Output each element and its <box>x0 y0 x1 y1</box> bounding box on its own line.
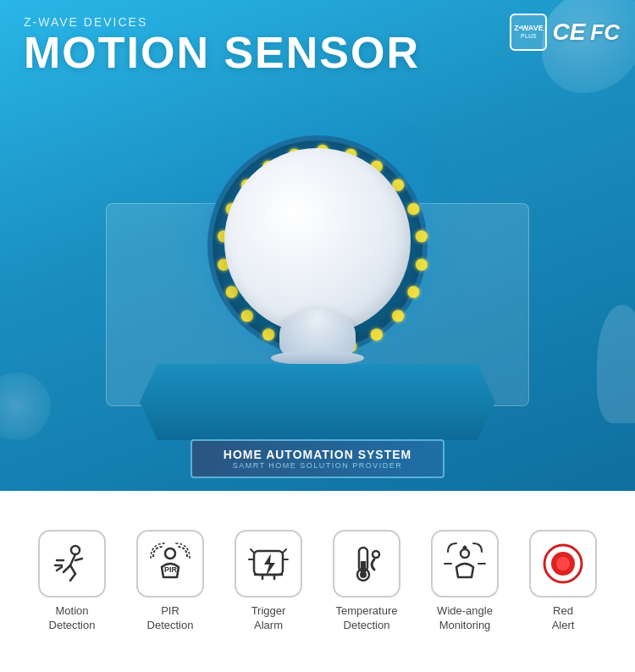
svg-point-52 <box>556 557 570 570</box>
pir-icon-box: PIR <box>136 530 204 598</box>
hero-section: Z-WAVE DEVICES MOTION SENSOR Z•WAVE PLUS… <box>0 0 635 491</box>
svg-text:PIR: PIR <box>164 565 178 574</box>
trigger-label: TriggerAlarm <box>251 604 286 633</box>
feature-pir: PIR PIRDetection <box>121 530 219 633</box>
title-area: Z-WAVE DEVICES MOTION SENSOR <box>24 15 420 77</box>
cert-area: Z•WAVE PLUS CE FC <box>510 14 620 51</box>
feature-alert: RedAlert <box>514 530 612 633</box>
svg-point-31 <box>165 548 175 559</box>
svg-point-6 <box>416 259 428 271</box>
alert-icon-box <box>529 530 597 598</box>
pir-icon: PIR <box>146 540 194 587</box>
svg-point-7 <box>407 286 419 298</box>
blob-decoration-bl <box>0 372 51 440</box>
page-subtitle: Z-WAVE DEVICES <box>24 15 420 29</box>
pir-label: PIRDetection <box>147 604 194 633</box>
svg-line-24 <box>64 565 70 572</box>
svg-point-13 <box>262 328 274 340</box>
svg-point-5 <box>416 230 428 242</box>
svg-point-46 <box>461 549 469 558</box>
wide-icon <box>441 540 489 587</box>
cta-sub-text: SAMRT HOME SOLUTION PROVIDER <box>209 461 426 470</box>
svg-line-37 <box>251 549 254 553</box>
feature-trigger: TriggerAlarm <box>219 530 318 633</box>
zwave-badge: Z•WAVE PLUS <box>510 14 547 51</box>
hex-platform <box>140 364 495 440</box>
temperature-icon <box>344 541 389 587</box>
svg-point-14 <box>241 310 253 322</box>
svg-point-44 <box>360 571 367 578</box>
motion-icon <box>50 542 94 586</box>
temperature-icon-box <box>333 530 400 598</box>
ce-badge: CE <box>552 19 585 46</box>
blob-decoration-br <box>597 305 635 423</box>
svg-point-22 <box>71 546 80 554</box>
cta-main-text: HOME AUTOMATION SYSTEM <box>209 448 426 461</box>
sensor-base-foot <box>271 350 364 366</box>
feature-temperature: TemperatureDetection <box>318 530 416 633</box>
temperature-label: TemperatureDetection <box>336 604 398 633</box>
cta-banner: HOME AUTOMATION SYSTEM SAMRT HOME SOLUTI… <box>190 439 444 478</box>
zwave-label: Z•WAVE <box>514 25 543 33</box>
svg-rect-42 <box>361 561 366 573</box>
sensor-orb <box>224 148 411 334</box>
wide-label: Wide-angleMonitoring <box>437 604 493 633</box>
alert-label: RedAlert <box>552 604 575 633</box>
page-title: MOTION SENSOR <box>24 29 420 77</box>
alert-icon <box>540 541 586 587</box>
trigger-icon <box>246 541 291 587</box>
feature-wide: Wide-angleMonitoring <box>416 530 514 633</box>
product-stage <box>80 118 555 440</box>
zwave-plus-label: PLUS <box>521 33 537 40</box>
trigger-icon-box <box>235 530 302 598</box>
svg-point-8 <box>392 310 404 322</box>
feature-motion: MotionDetection <box>23 530 121 633</box>
wide-icon-box <box>431 530 499 598</box>
svg-line-26 <box>75 559 82 560</box>
svg-point-15 <box>226 286 238 298</box>
features-section: MotionDetection PIR PIRDetection <box>0 491 635 672</box>
svg-line-38 <box>283 549 286 553</box>
svg-line-27 <box>70 574 75 581</box>
svg-point-45 <box>373 551 379 558</box>
svg-point-9 <box>371 328 383 340</box>
motion-label: MotionDetection <box>49 604 96 633</box>
svg-point-4 <box>407 203 419 215</box>
motion-icon-box <box>38 530 106 598</box>
svg-line-30 <box>57 567 62 570</box>
svg-line-25 <box>70 565 75 574</box>
fc-badge: FC <box>590 19 620 46</box>
